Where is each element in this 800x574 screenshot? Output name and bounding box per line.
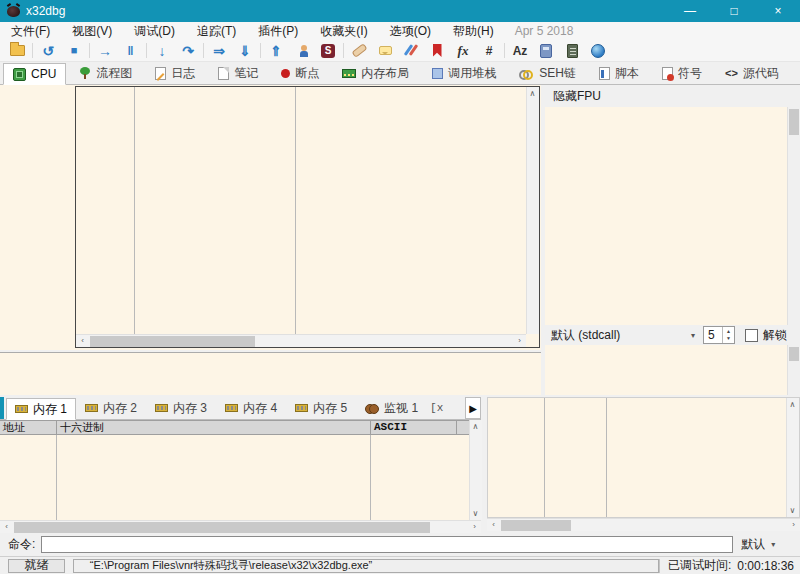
disassembly-vscrollbar[interactable]: ∧ [526,87,539,334]
run-unconditional-button[interactable]: ⇒ [206,41,232,61]
tab-seh-chain[interactable]: SEH链 [509,62,586,84]
run-button[interactable]: → [92,41,118,61]
tab-breakpoints[interactable]: 断点 [271,62,329,84]
seh-button[interactable]: S [315,41,341,61]
function-button[interactable]: fx [450,41,476,61]
tab-dump-5[interactable]: 内存 5 [286,397,356,419]
menu-plugins[interactable]: 插件(P) [247,22,309,40]
arguments-view[interactable] [545,345,800,395]
scroll-right-arrow[interactable]: › [787,518,800,531]
pause-button[interactable]: ‖ [118,41,144,61]
scroll-left-arrow[interactable]: ‹ [487,518,500,531]
stack-hscrollbar[interactable]: ‹ › [487,518,800,531]
cpu-chip-icon [13,68,26,81]
stack-vscrollbar[interactable]: ∧ ∨ [786,398,799,517]
tab-script[interactable]: 脚本 [589,62,649,84]
vscroll-thumb[interactable] [789,109,799,135]
dump-tab-scroll-button[interactable]: ▶ [465,397,481,419]
scroll-up-arrow[interactable]: ∧ [786,398,799,411]
tab-locals-partial[interactable]: [x [427,397,446,419]
scroll-up-arrow[interactable]: ∧ [526,87,539,100]
comment-button[interactable] [372,41,398,61]
maximize-button[interactable]: □ [712,0,756,22]
scroll-up-arrow[interactable]: ∧ [469,420,482,433]
dump-vscrollbar[interactable]: ∧ ∨ [469,420,482,520]
restart-button[interactable]: ↺ [35,41,61,61]
scroll-left-arrow[interactable]: ‹ [76,334,89,347]
tab-dump-2[interactable]: 内存 2 [76,397,146,419]
hscroll-thumb[interactable] [14,522,430,533]
menu-options[interactable]: 选项(O) [379,22,442,40]
tab-call-stack[interactable]: 调用堆栈 [422,62,506,84]
menu-file[interactable]: 文件(F) [0,22,61,40]
trace-button[interactable]: # [476,41,502,61]
bookmark-button[interactable] [424,41,450,61]
column-ascii[interactable]: ASCII [371,421,457,434]
spinner-arrows[interactable]: ▲▼ [722,327,734,343]
menu-view[interactable]: 视图(V) [61,22,123,40]
step-out-button[interactable]: ⇑ [263,41,289,61]
tab-references-partial[interactable] [792,62,800,84]
scroll-down-arrow[interactable]: ∨ [786,504,799,517]
hide-fpu-button[interactable]: 隐藏FPU [545,85,800,107]
open-folder-icon [10,45,25,56]
spin-down-icon[interactable]: ▼ [726,335,731,342]
hscroll-thumb[interactable] [90,336,255,347]
tab-graph[interactable]: 流程图 [69,62,142,84]
menu-debug[interactable]: 调试(D) [123,22,186,40]
execute-till-return-button[interactable]: ⇓ [232,41,258,61]
column-address[interactable]: 地址 [0,421,57,434]
scroll-left-arrow[interactable]: ‹ [0,520,13,533]
menu-help[interactable]: 帮助(H) [442,22,505,40]
patches-button[interactable] [346,41,372,61]
scroll-right-arrow[interactable]: › [513,334,526,347]
memory-stack-view-button[interactable] [533,41,559,61]
tab-dump-1[interactable]: 内存 1 [6,398,76,420]
calling-convention-select[interactable]: 默认 (stdcall) ▾ [547,326,699,344]
disassembly-hscrollbar[interactable]: ‹ › [76,334,526,347]
unlock-checkbox[interactable] [745,329,758,342]
spin-up-icon[interactable]: ▲ [726,328,731,335]
tab-symbols[interactable]: 符号 [652,62,712,84]
step-into-button[interactable]: ↓ [149,41,175,61]
menu-trace[interactable]: 追踪(T) [186,22,247,40]
registers-vscrollbar[interactable] [787,107,800,325]
title-bar[interactable]: x32dbg — □ × [0,0,800,22]
minimize-button[interactable]: — [668,0,712,22]
fx-icon: fx [458,43,469,59]
disassembly-panel[interactable]: ∧ ‹ › [75,86,540,348]
internet-button[interactable] [585,41,611,61]
command-profile-select[interactable]: 默认 ▾ [741,536,775,553]
scroll-down-arrow[interactable]: ∨ [469,507,482,520]
tab-log[interactable]: 日志 [145,62,205,84]
dump-body[interactable] [0,435,469,520]
arguments-vscrollbar[interactable] [787,345,800,395]
close-button[interactable]: × [756,0,800,22]
labels-button[interactable] [398,41,424,61]
command-input[interactable] [41,536,733,553]
stack-panel: ∧ ∨ ‹ › [487,397,800,531]
strings-button[interactable]: Az [507,41,533,61]
tab-source[interactable]: <>源代码 [715,62,789,84]
tab-watch-1[interactable]: 监视 1 [356,397,427,419]
notes-view-button[interactable] [559,41,585,61]
vscroll-thumb[interactable] [789,347,799,361]
tab-dump-4[interactable]: 内存 4 [216,397,286,419]
scroll-right-arrow[interactable]: › [468,520,481,533]
column-hex[interactable]: 十六进制 [57,421,371,434]
tab-dump-3[interactable]: 内存 3 [146,397,216,419]
run-to-user-code-button[interactable] [289,41,315,61]
tab-memory-map[interactable]: 内存布局 [332,62,419,84]
hscroll-thumb[interactable] [501,520,571,531]
registers-view[interactable] [545,107,800,325]
dump-hscrollbar[interactable]: ‹ › [0,520,481,533]
toolbar-separator [260,43,261,58]
stack-body[interactable]: ∧ ∨ [487,397,800,518]
tab-cpu[interactable]: CPU [3,63,66,85]
tab-notes[interactable]: 笔记 [208,62,268,84]
arg-count-spinner[interactable]: 5 ▲▼ [703,326,735,344]
step-over-button[interactable]: ↷ [175,41,201,61]
menu-favourites[interactable]: 收藏夹(I) [309,22,378,40]
open-file-button[interactable] [4,41,30,61]
stop-button[interactable]: ■ [61,41,87,61]
